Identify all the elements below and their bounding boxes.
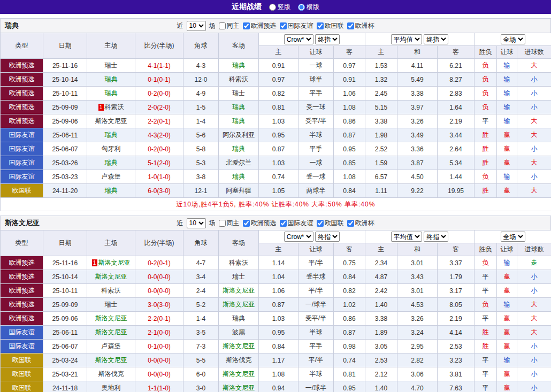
avg-home-cell: 3.38 [365, 312, 397, 326]
avg-draw-cell: 3.87 [397, 156, 438, 170]
match-score[interactable]: 0-2(0-0) [135, 142, 183, 156]
match-score[interactable]: 2-0(2-0) [135, 101, 183, 114]
home-odds-cell: 1.03 [259, 156, 299, 170]
handicap-result-cell: 输 [497, 87, 517, 101]
average-select[interactable]: 平均值 [391, 34, 422, 44]
league-filter-euro-qualifier[interactable]: 欧洲预选 [243, 21, 277, 30]
home-team-cell: 卢森堡 [87, 340, 135, 353]
home-team-name: 斯洛文尼亚 [95, 356, 127, 364]
match-score[interactable]: 3-0(3-0) [135, 298, 183, 312]
match-row: 欧国联24-11-18奥地利1-1(1-0)3-0斯洛文尼亚0.94一/球半0.… [1, 381, 551, 392]
col-away: 客场 [219, 33, 259, 59]
col-score: 比分(半场) [135, 230, 183, 256]
view-option-vertical[interactable]: 竖版 [269, 3, 290, 12]
match-count-select[interactable]: 10 [187, 21, 206, 31]
handicap-cell: 一/球半 [299, 298, 334, 312]
match-score[interactable]: 0-0(0-0) [135, 284, 183, 298]
avg-draw-cell: 4.11 [397, 59, 438, 73]
average-time-select[interactable]: 终指 [424, 232, 448, 242]
odds-company-time-select[interactable]: 终指 [315, 34, 340, 44]
match-score[interactable]: 0-2(0-1) [135, 256, 183, 270]
goals-result-cell: 大 [517, 298, 551, 312]
match-score[interactable]: 2-1(0-0) [135, 326, 183, 340]
match-score[interactable]: 1-1(1-0) [135, 381, 183, 392]
odds-company-select[interactable]: Crow* [284, 232, 313, 242]
home-team-name: 斯洛文尼亚 [95, 314, 127, 322]
home-team-name: 斯洛伐克 [98, 370, 124, 378]
match-score[interactable]: 2-2(0-1) [135, 114, 183, 128]
match-score[interactable]: 4-1(1-1) [135, 59, 183, 73]
home-odds-cell: 1.17 [259, 353, 299, 367]
league-filter-nations[interactable]: 欧国联 [317, 219, 344, 228]
horizontal-radio[interactable] [298, 4, 305, 11]
subcol-handicap-result: 让球 [497, 243, 517, 256]
match-score[interactable]: 4-3(2-0) [135, 128, 183, 142]
league-filter-eurocup[interactable]: 欧洲杯 [347, 219, 374, 228]
result-cell: 平 [475, 367, 497, 381]
away-team-name: 瑞典 [232, 62, 245, 69]
odds-company-time-select[interactable]: 终指 [315, 232, 340, 242]
handicap-result-cell: 输 [497, 59, 517, 73]
friendly-checkbox[interactable] [280, 22, 287, 29]
match-type-badge: 国际友谊 [1, 326, 43, 340]
match-score[interactable]: 5-1(2-0) [135, 156, 183, 170]
home-team-cell: 斯洛文尼亚 [87, 312, 135, 326]
home-team-name: 瑞士 [105, 301, 118, 308]
vertical-radio[interactable] [269, 4, 276, 11]
friendly-checkbox[interactable] [280, 220, 287, 227]
average-select[interactable]: 平均值 [391, 232, 422, 242]
scope-select[interactable]: 全场 [501, 232, 525, 242]
match-date: 25-11-16 [43, 59, 87, 73]
goals-result-cell: 大 [517, 312, 551, 326]
league-filter-eurocup[interactable]: 欧洲杯 [347, 21, 374, 30]
handicap-result-cell: 输 [497, 73, 517, 87]
match-row: 欧洲预选25-11-161斯洛文尼亚0-2(0-1)4-7科索沃1.14平/半0… [1, 256, 551, 270]
match-count-select[interactable]: 10 [187, 218, 206, 228]
eurocup-checkbox[interactable] [347, 220, 354, 227]
match-score[interactable]: 0-1(0-0) [135, 340, 183, 353]
match-score[interactable]: 0-2(0-0) [135, 87, 183, 101]
avg-home-cell: 2.42 [365, 284, 397, 298]
match-score[interactable]: 0-1(0-1) [135, 73, 183, 87]
euro-qualifier-checkbox[interactable] [243, 22, 250, 29]
same-home-filter[interactable]: 同主 [219, 21, 240, 30]
match-score[interactable]: 1-0(1-0) [135, 170, 183, 184]
average-time-select[interactable]: 终指 [424, 34, 448, 44]
avg-away-cell: 3.44 [438, 128, 475, 142]
odds-company-select[interactable]: Crow* [284, 34, 313, 44]
match-score[interactable]: 2-2(0-1) [135, 312, 183, 326]
match-score[interactable]: 0-0(0-0) [135, 353, 183, 367]
subcol-home-odds: 主 [259, 243, 299, 256]
scope-select[interactable]: 全场 [501, 34, 525, 44]
home-odds-cell: 0.97 [259, 73, 299, 87]
same-home-filter[interactable]: 同主 [219, 219, 240, 228]
league-filter-friendly[interactable]: 国际友谊 [280, 21, 313, 30]
vertical-radio-label: 竖版 [278, 3, 290, 12]
league-filter-friendly[interactable]: 国际友谊 [280, 219, 313, 228]
home-team-name: 瑞典 [105, 89, 118, 97]
avg-draw-cell: 3.01 [397, 256, 438, 270]
avg-draw-cell: 3.43 [397, 270, 438, 284]
handicap-result-cell: 输 [497, 170, 517, 184]
col-type: 类型 [1, 33, 43, 59]
view-option-horizontal[interactable]: 横版 [298, 3, 319, 12]
league-filter-euro-qualifier[interactable]: 欧洲预选 [243, 219, 277, 228]
euro-qualifier-checkbox[interactable] [243, 220, 250, 227]
match-date: 25-06-11 [43, 326, 87, 340]
away-odds-cell: 0.87 [334, 326, 365, 340]
match-score[interactable]: 0-0(0-0) [135, 367, 183, 381]
same-home-checkbox[interactable] [219, 22, 226, 29]
nations-checkbox[interactable] [317, 220, 324, 227]
home-odds-cell: 0.95 [259, 128, 299, 142]
nations-checkbox[interactable] [317, 22, 324, 29]
match-date: 25-03-23 [43, 170, 87, 184]
match-score[interactable]: 0-0(0-0) [135, 270, 183, 284]
eurocup-checkbox[interactable] [347, 22, 354, 29]
match-score[interactable]: 6-0(3-0) [135, 184, 183, 198]
avg-away-cell: 3.81 [438, 367, 475, 381]
match-type-badge: 国际友谊 [1, 128, 43, 142]
same-home-checkbox[interactable] [219, 220, 226, 227]
match-date: 25-09-06 [43, 312, 87, 326]
home-odds-cell: 0.84 [259, 340, 299, 353]
league-filter-nations[interactable]: 欧国联 [317, 21, 344, 30]
